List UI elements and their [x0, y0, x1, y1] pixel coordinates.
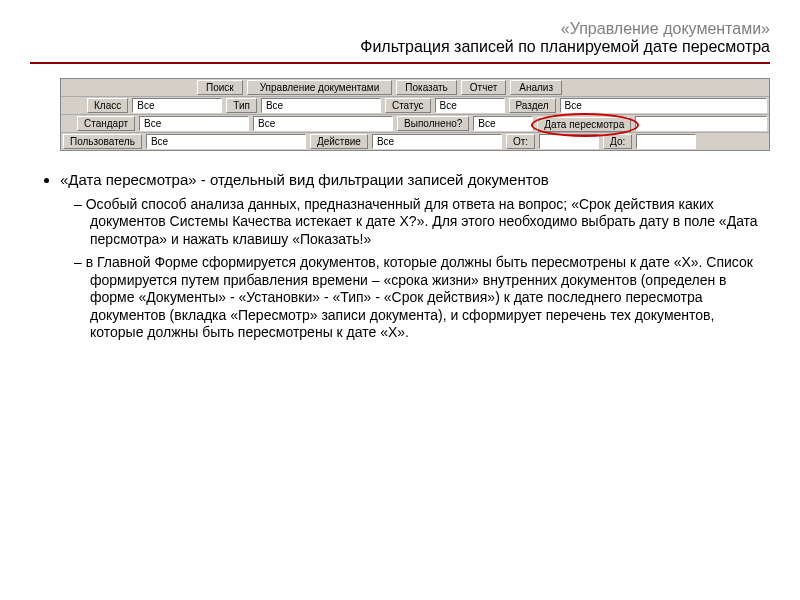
- done-field[interactable]: Все: [473, 116, 533, 131]
- type-field[interactable]: Все: [261, 98, 381, 113]
- toolbar-row-2: Класс Все Тип Все Статус Все Раздел Все: [61, 97, 769, 115]
- slide-title: «Управление документами»: [30, 20, 770, 38]
- review-date-field[interactable]: [635, 116, 767, 131]
- action-label: Действие: [310, 134, 368, 149]
- user-field[interactable]: Все: [146, 134, 306, 149]
- class-label: Класс: [87, 98, 128, 113]
- status-field[interactable]: Все: [435, 98, 505, 113]
- class-field[interactable]: Все: [132, 98, 222, 113]
- status-label: Статус: [385, 98, 431, 113]
- analysis-button[interactable]: Анализ: [510, 80, 562, 95]
- name-field[interactable]: Все: [253, 116, 393, 131]
- user-label: Пользователь: [63, 134, 142, 149]
- slide-subtitle: Фильтрация записей по планируемой дате п…: [30, 38, 770, 56]
- slide-header: «Управление документами» Фильтрация запи…: [30, 20, 770, 56]
- to-label: До:: [603, 134, 632, 149]
- report-button[interactable]: Отчет: [461, 80, 506, 95]
- to-field[interactable]: [636, 134, 696, 149]
- standard-field[interactable]: Все: [139, 116, 249, 131]
- action-field[interactable]: Все: [372, 134, 502, 149]
- section-label: Раздел: [509, 98, 556, 113]
- toolbar-row-1: Поиск Управление документами Показать От…: [61, 79, 769, 97]
- from-label: От:: [506, 134, 535, 149]
- divider: [30, 62, 770, 64]
- done-label: Выполнено?: [397, 116, 469, 131]
- section-field[interactable]: Все: [560, 98, 767, 113]
- review-date-label: Дата пересмотра: [537, 117, 631, 132]
- bullet-main: «Дата пересмотра» - отдельный вид фильтр…: [60, 171, 770, 190]
- app-toolbar: Поиск Управление документами Показать От…: [60, 78, 770, 151]
- bullet-sub-2: в Главной Форме сформируется документов,…: [90, 254, 770, 342]
- toolbar-row-4: Пользователь Все Действие Все От: До:: [61, 133, 769, 150]
- type-label: Тип: [226, 98, 257, 113]
- from-field[interactable]: [539, 134, 599, 149]
- show-button[interactable]: Показать: [396, 80, 457, 95]
- standard-label: Стандарт: [77, 116, 135, 131]
- text-content: «Дата пересмотра» - отдельный вид фильтр…: [30, 171, 770, 342]
- toolbar-row-3: Стандарт Все Все Выполнено? Все Дата пер…: [61, 115, 769, 133]
- doc-mgmt-button[interactable]: Управление документами: [247, 80, 393, 95]
- bullet-sub-1: Особый способ анализа данных, предназнач…: [90, 196, 770, 249]
- search-button[interactable]: Поиск: [197, 80, 243, 95]
